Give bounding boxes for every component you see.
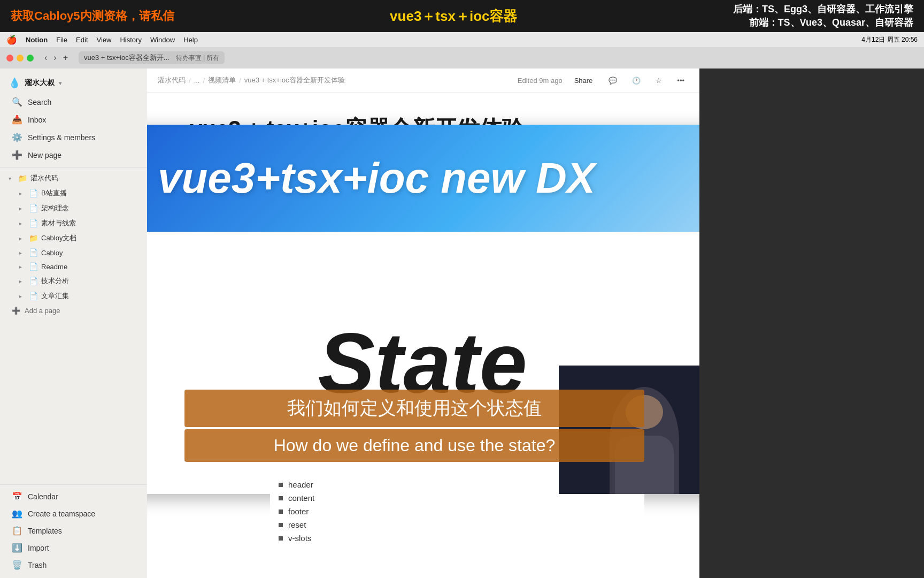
maximize-button[interactable]	[27, 55, 34, 62]
add-page-label: Add a page	[25, 307, 60, 315]
traffic-lights	[6, 55, 34, 62]
import-icon: ⬇️	[12, 543, 22, 553]
favorite-button[interactable]: ☆	[651, 74, 666, 87]
top-banner: 获取Cabloy5内测资格，请私信 vue3＋tsx＋ioc容器 后端：TS、E…	[0, 0, 924, 32]
sidebar-inbox-label: Inbox	[28, 116, 46, 124]
doc-icon: 📄	[29, 262, 38, 271]
tree-item-label: Cabloy	[41, 249, 63, 257]
content-area: 濯水代码 / ... / 视频清单 / vue3 + tsx+ioc容器全新开发…	[147, 69, 699, 578]
workspace-icon: 💧	[9, 77, 20, 89]
sidebar-bottom-divider	[0, 484, 147, 485]
sidebar-tree-jiagou[interactable]: ▸ 📄 架构理念	[3, 201, 144, 215]
tree-item-label: 文章汇集	[41, 291, 69, 301]
tree-item-label: 架构理念	[41, 203, 69, 213]
menu-window[interactable]: Window	[150, 36, 175, 44]
content-header: 濯水代码 / ... / 视频清单 / vue3 + tsx+ioc容器全新开发…	[147, 69, 699, 93]
templates-label: Templates	[28, 527, 62, 535]
tree-item-label: B站直播	[41, 188, 67, 198]
sidebar-item-import[interactable]: ⬇️ Import	[3, 539, 144, 556]
comment-button[interactable]: 💬	[604, 74, 621, 87]
bullet-square-4	[279, 536, 283, 541]
sidebar-tree-cabloy[interactable]: ▸ 📄 Cabloy	[3, 246, 144, 259]
sidebar-tree-wenzhang[interactable]: ▸ 📄 文章汇集	[3, 289, 144, 303]
history-button[interactable]: 🕐	[628, 74, 645, 87]
page-content: vue3 + tsx+ioc容器全新开发体验 • 基本用法 vue3+tsx+i…	[147, 93, 699, 578]
breadcrumb-ellipsis[interactable]: ...	[194, 77, 200, 85]
tree-item-label: 素材与线索	[41, 218, 76, 228]
breadcrumb-video-list[interactable]: 视频清单	[208, 75, 236, 85]
menu-edit[interactable]: Edit	[76, 36, 88, 44]
menu-file[interactable]: File	[56, 36, 67, 44]
sidebar-item-templates[interactable]: 📋 Templates	[3, 522, 144, 539]
doc-icon: 📄	[29, 189, 38, 197]
sidebar-search-label: Search	[28, 98, 51, 107]
sidebar-item-search[interactable]: 🔍 Search	[3, 94, 144, 110]
sidebar-tree-zuoshuicaima[interactable]: ▾ 📁 濯水代码	[3, 171, 144, 185]
breadcrumb-current: vue3 + tsx+ioc容器全新开发体验	[244, 75, 345, 85]
sidebar-item-inbox[interactable]: 📥 Inbox	[3, 111, 144, 128]
header-actions: Edited 9m ago Share 💬 🕐 ☆ •••	[518, 74, 689, 87]
bullet-list-item-2: footer	[270, 505, 644, 518]
browser-chrome: ‹ › + vue3 + tsx+ioc容器全新开... 待办事宜 | 所有	[0, 47, 924, 69]
breadcrumb-root[interactable]: 濯水代码	[158, 75, 186, 85]
browser-tab[interactable]: vue3 + tsx+ioc容器全新开... 待办事宜 | 所有	[79, 51, 225, 64]
doc-icon: 📄	[29, 204, 38, 212]
edited-label: Edited 9m ago	[518, 77, 563, 85]
tree-item-label: 技术分析	[41, 276, 69, 286]
trash-label: Trash	[28, 561, 47, 569]
bullet-list-item-3: reset	[270, 518, 644, 531]
workspace-header[interactable]: 💧 濯水大叔 ▾	[0, 73, 147, 93]
templates-icon: 📋	[12, 526, 22, 536]
app-name[interactable]: Notion	[26, 36, 48, 44]
bullet-square-3	[279, 523, 283, 527]
bullet-slide-4: v-slots	[288, 534, 311, 543]
bullet-square-1	[279, 496, 283, 500]
toggle-icon: ▸	[19, 278, 26, 284]
sidebar-tree-cabloy-doc[interactable]: ▸ 📁 Cabloy文档	[3, 231, 144, 245]
back-button[interactable]: ‹	[42, 52, 49, 64]
bullet-slide-3: reset	[288, 520, 306, 529]
banner-center-text: vue3＋tsx＋ioc容器	[390, 7, 517, 26]
menubar-time: 4月12日 周五 20:56	[861, 35, 918, 44]
import-label: Import	[28, 544, 49, 552]
new-page-icon: ➕	[12, 150, 22, 160]
teamspace-label: Create a teamspace	[28, 509, 95, 518]
menu-view[interactable]: View	[97, 36, 112, 44]
doc-icon: 📄	[29, 292, 38, 300]
sidebar-item-new-page[interactable]: ➕ New page	[3, 147, 144, 163]
breadcrumb: 濯水代码 / ... / 视频清单 / vue3 + tsx+ioc容器全新开发…	[158, 75, 345, 85]
breadcrumb-sep2: /	[203, 77, 205, 85]
add-page-button[interactable]: ➕ Add a page	[3, 304, 144, 317]
sidebar-tree-readme[interactable]: ▸ 📄 Readme	[3, 260, 144, 273]
menu-history[interactable]: History	[120, 36, 141, 44]
calendar-icon: 📅	[12, 491, 22, 501]
add-tab-button[interactable]: +	[61, 52, 70, 64]
toggle-icon: ▸	[19, 293, 26, 299]
sidebar-tree-sucai[interactable]: ▸ 📄 素材与线索	[3, 216, 144, 230]
sidebar-item-create-teamspace[interactable]: 👥 Create a teamspace	[3, 505, 144, 522]
inbox-icon: 📥	[12, 115, 22, 125]
bullet-square-2	[279, 509, 283, 514]
share-button[interactable]: Share	[569, 74, 598, 87]
doc-icon: 📄	[29, 248, 38, 257]
breadcrumb-sep3: /	[239, 77, 241, 85]
subtitle-line1: 我们如何定义和使用这个状态值	[184, 390, 644, 427]
tree-item-label: 濯水代码	[30, 173, 58, 183]
teamspace-icon: 👥	[12, 508, 22, 519]
menu-help[interactable]: Help	[183, 36, 198, 44]
more-button[interactable]: •••	[673, 74, 689, 87]
sidebar-tree-bzb[interactable]: ▸ 📄 B站直播	[3, 186, 144, 200]
toggle-icon: ▸	[19, 235, 26, 241]
sidebar-item-calendar[interactable]: 📅 Calendar	[3, 488, 144, 505]
close-button[interactable]	[6, 55, 13, 62]
sidebar-item-settings[interactable]: ⚙️ Settings & members	[3, 129, 144, 146]
right-panel	[699, 69, 924, 578]
bullet-square-0	[279, 483, 283, 487]
sidebar-item-trash[interactable]: 🗑️ Trash	[3, 557, 144, 573]
sidebar-divider	[0, 167, 147, 168]
forward-button[interactable]: ›	[51, 52, 58, 64]
subtitle-overlay: 我们如何定义和使用这个状态值 How do we define and use …	[184, 390, 644, 462]
minimize-button[interactable]	[17, 55, 24, 62]
sidebar-tree-jishu[interactable]: ▸ 📄 技术分析	[3, 274, 144, 288]
tab-title: vue3 + tsx+ioc容器全新开...	[84, 53, 170, 63]
